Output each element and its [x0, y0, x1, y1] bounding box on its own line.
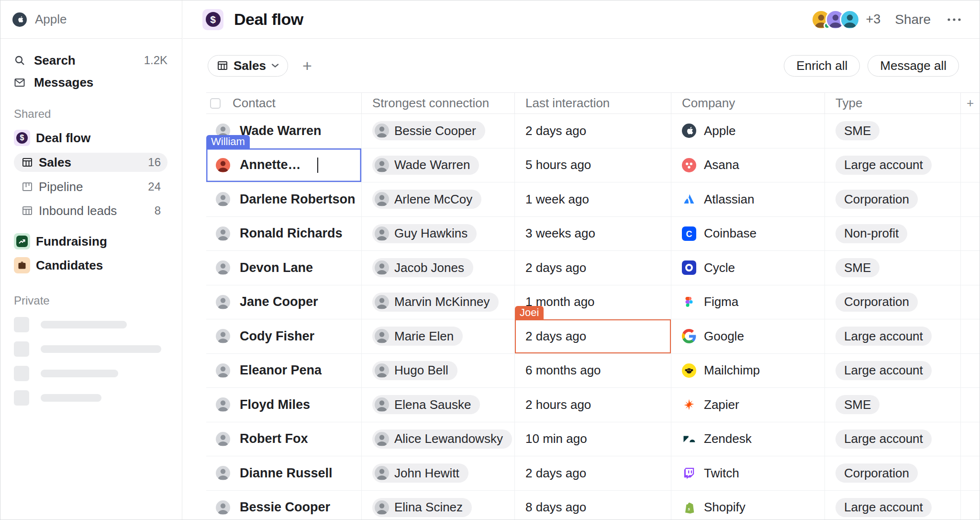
column-header-contact[interactable]: Contact [206, 93, 362, 113]
cell-contact[interactable]: Eleanor Pena [206, 354, 362, 388]
connection-chip[interactable]: Wade Warren [372, 156, 479, 175]
cell-company[interactable]: Google [671, 319, 825, 353]
connection-chip[interactable]: Guy Hawkins [372, 224, 477, 243]
figma-logo-icon [682, 295, 696, 309]
sidebar-item-search[interactable]: Search 1.2K [14, 49, 167, 71]
message-all-button[interactable]: Message all [868, 55, 959, 77]
connection-chip[interactable]: Jacob Jones [372, 258, 473, 277]
connection-chip[interactable]: Elina Scinez [372, 498, 472, 517]
cell-contact[interactable]: Cody Fisher [206, 319, 362, 353]
cell-type[interactable]: Corporation [825, 456, 961, 490]
share-button[interactable]: Share [895, 12, 931, 27]
cell-contact[interactable]: Ronald Richards [206, 217, 362, 251]
cell-company[interactable]: Zendesk [671, 422, 825, 456]
avatar-overflow-count[interactable]: +3 [866, 12, 880, 27]
column-header-connection[interactable]: Strongest connection [362, 93, 515, 113]
connection-chip[interactable]: Marie Elen [372, 327, 463, 346]
sidebar-item-pipeline[interactable]: Pipeline24 [14, 175, 167, 199]
sidebar-item-deal-flow[interactable]: $Deal flow [14, 126, 167, 150]
sidebar-item-sales[interactable]: Sales16 [14, 153, 167, 172]
cell-type[interactable]: Corporation [825, 285, 961, 319]
column-header-interaction[interactable]: Last interaction [515, 93, 671, 113]
cell-strongest-connection[interactable]: Wade Warren [362, 148, 515, 182]
cell-type[interactable]: SME [825, 114, 961, 148]
connection-chip[interactable]: Marvin McKinney [372, 293, 499, 312]
cell-company[interactable]: Asana [671, 148, 825, 182]
cell-company[interactable]: Mailchimp [671, 354, 825, 388]
collaborator-avatars[interactable] [811, 10, 860, 30]
cell-contact[interactable]: Dianne Russell [206, 456, 362, 490]
cell-type[interactable]: Large account [825, 319, 961, 353]
cell-contact[interactable]: Devon Lane [206, 251, 362, 285]
records-table: Contact Strongest connection Last intera… [206, 92, 980, 520]
cell-company[interactable]: CCoinbase [671, 217, 825, 251]
type-badge: Large account [835, 498, 932, 517]
cell-company[interactable]: Zapier [671, 388, 825, 422]
sidebar-item-fundraising[interactable]: Fundraising [14, 229, 167, 253]
cell-last-interaction[interactable]: 8 days ago [515, 491, 671, 520]
cell-last-interaction[interactable]: 10 min ago [515, 422, 671, 456]
connection-chip[interactable]: Elena Sauske [372, 395, 480, 414]
cell-strongest-connection[interactable]: Marie Elen [362, 319, 515, 353]
connection-chip[interactable]: Bessie Cooper [372, 121, 485, 140]
cell-company[interactable]: Apple [671, 114, 825, 148]
cell-strongest-connection[interactable]: John Hewitt [362, 456, 515, 490]
cell-contact[interactable]: Darlene Robertson [206, 182, 362, 216]
workspace-switcher[interactable]: Apple [0, 0, 182, 39]
connection-chip[interactable]: John Hewitt [372, 463, 468, 483]
connection-chip[interactable]: Alice Lewandowsky [372, 430, 512, 449]
cell-last-interaction[interactable]: 3 weeks ago [515, 217, 671, 251]
add-column-button[interactable]: + [961, 93, 980, 113]
cell-type[interactable]: SME [825, 251, 961, 285]
cell-type[interactable]: SME [825, 388, 961, 422]
cell-contact[interactable]: Floyd Miles [206, 388, 362, 422]
cell-contact[interactable]: Bessie Cooper [206, 491, 362, 520]
cell-strongest-connection[interactable]: Alice Lewandowsky [362, 422, 515, 456]
sidebar-item-inbound-leads[interactable]: Inbound leads8 [14, 199, 167, 223]
tab-sales-view[interactable]: Sales [208, 55, 288, 77]
cell-company[interactable]: Figma [671, 285, 825, 319]
cell-last-interaction[interactable]: 2 days ago [515, 114, 671, 148]
cell-strongest-connection[interactable]: Arlene McCoy [362, 182, 515, 216]
cell-type[interactable]: Large account [825, 491, 961, 520]
cell-company[interactable]: Atlassian [671, 182, 825, 216]
cell-company[interactable]: Cycle [671, 251, 825, 285]
column-header-company[interactable]: Company [671, 93, 825, 113]
cell-contact[interactable]: Robert Fox [206, 422, 362, 456]
cell-last-interaction[interactable]: Joei2 days ago [515, 319, 671, 353]
cell-contact[interactable]: Jane Cooper [206, 285, 362, 319]
cell-contact[interactable]: WilliamAnnette… [206, 148, 362, 182]
cell-strongest-connection[interactable]: Hugo Bell [362, 354, 515, 388]
collaborator-avatar[interactable] [840, 10, 860, 30]
cell-company[interactable]: sShopify [671, 491, 825, 520]
cell-strongest-connection[interactable]: Jacob Jones [362, 251, 515, 285]
cell-last-interaction[interactable]: 6 months ago [515, 354, 671, 388]
cell-last-interaction[interactable]: 2 hours ago [515, 388, 671, 422]
select-all-checkbox[interactable] [210, 98, 221, 109]
add-view-button[interactable]: + [298, 56, 317, 75]
connection-chip[interactable]: Hugo Bell [372, 361, 457, 380]
cell-strongest-connection[interactable]: Bessie Cooper [362, 114, 515, 148]
connection-chip[interactable]: Arlene McCoy [372, 190, 481, 209]
cell-type[interactable]: Large account [825, 354, 961, 388]
cell-type[interactable]: Large account [825, 148, 961, 182]
more-options-icon[interactable] [947, 18, 961, 22]
cell-strongest-connection[interactable]: Elena Sauske [362, 388, 515, 422]
cell-type[interactable]: Non-profit [825, 217, 961, 251]
cell-last-interaction[interactable]: 1 week ago [515, 182, 671, 216]
cell-company[interactable]: Twitch [671, 456, 825, 490]
table-row: Jane CooperMarvin McKinney1 month agoFig… [206, 285, 980, 320]
enrich-all-button[interactable]: Enrich all [784, 55, 860, 77]
sidebar-item-candidates[interactable]: Candidates [14, 253, 167, 277]
sidebar-item-messages[interactable]: Messages [14, 71, 167, 93]
column-header-type[interactable]: Type [825, 93, 961, 113]
cell-last-interaction[interactable]: 5 hours ago [515, 148, 671, 182]
cell-last-interaction[interactable]: 2 days ago [515, 456, 671, 490]
cell-strongest-connection[interactable]: Elina Scinez [362, 491, 515, 520]
company-name: Apple [704, 124, 736, 138]
cell-strongest-connection[interactable]: Guy Hawkins [362, 217, 515, 251]
cell-type[interactable]: Corporation [825, 182, 961, 216]
cell-strongest-connection[interactable]: Marvin McKinney [362, 285, 515, 319]
cell-last-interaction[interactable]: 2 days ago [515, 251, 671, 285]
cell-type[interactable]: Large account [825, 422, 961, 456]
